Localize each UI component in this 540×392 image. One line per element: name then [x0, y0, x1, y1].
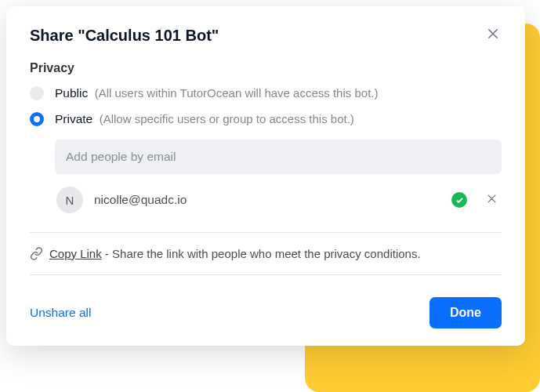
done-button[interactable]: Done	[429, 297, 502, 328]
radio-private-hint: (Allow specific users or group to access…	[100, 112, 354, 125]
remove-person-button[interactable]	[483, 191, 500, 209]
close-button[interactable]	[484, 25, 502, 45]
copy-link-text-wrap: Copy Link - Share the link with people w…	[49, 247, 421, 260]
radio-public-hint: (All users within TutorOcean will have a…	[95, 86, 379, 100]
radio-public-text: Public (All users within TutorOcean will…	[55, 86, 378, 100]
radio-private-text: Private (Allow specific users or group t…	[55, 112, 354, 126]
close-icon	[486, 27, 500, 43]
link-icon	[30, 247, 43, 260]
radio-private[interactable]: Private (Allow specific users or group t…	[30, 112, 502, 126]
radio-icon-unchecked	[30, 86, 44, 100]
unshare-all-button[interactable]: Unshare all	[30, 306, 91, 320]
shared-person-row: N nicolle@quadc.io	[55, 187, 502, 213]
divider	[30, 274, 502, 275]
copy-link-row: Copy Link - Share the link with people w…	[30, 247, 502, 260]
copy-link-description: - Share the link with people who meet th…	[102, 247, 421, 260]
verified-check-icon	[451, 192, 467, 208]
radio-public[interactable]: Public (All users within TutorOcean will…	[30, 86, 502, 100]
copy-link-button[interactable]: Copy Link	[49, 247, 102, 260]
add-people-email-input[interactable]	[55, 140, 502, 174]
radio-private-label: Private	[55, 112, 92, 125]
modal-header: Share "Calculus 101 Bot"	[30, 25, 502, 45]
modal-footer: Unshare all Done	[30, 297, 502, 328]
private-settings-block: N nicolle@quadc.io	[55, 138, 502, 213]
radio-public-label: Public	[55, 86, 88, 100]
avatar: N	[56, 187, 83, 213]
person-email: nicolle@quadc.io	[94, 193, 440, 207]
privacy-section-label: Privacy	[30, 61, 502, 75]
privacy-radio-group: Public (All users within TutorOcean will…	[30, 86, 502, 213]
divider	[30, 232, 502, 233]
modal-title: Share "Calculus 101 Bot"	[30, 25, 219, 45]
radio-icon-checked	[30, 112, 44, 126]
share-modal: Share "Calculus 101 Bot" Privacy Public …	[6, 6, 525, 346]
x-icon	[486, 193, 498, 207]
